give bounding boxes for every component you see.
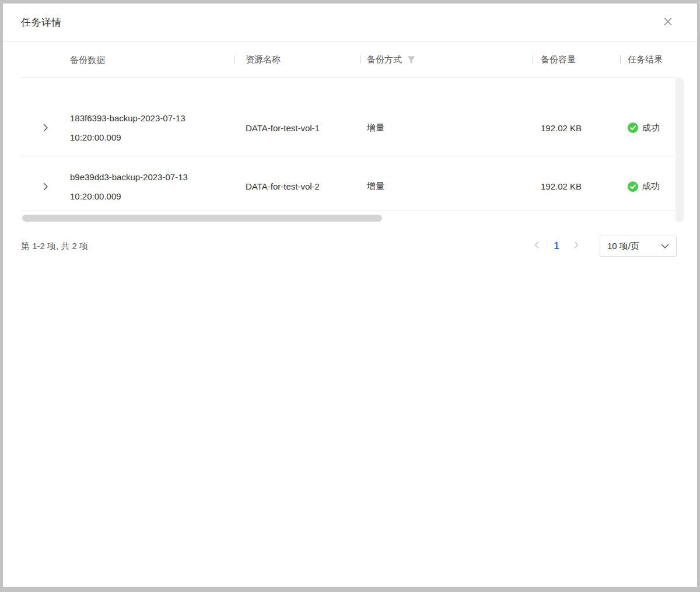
- cell-backup-data: b9e39dd3-backup-2023-07-13 10:20:00.009: [70, 167, 235, 206]
- page-background: 任务详情 备份数据 资源名称 备份方式: [0, 0, 700, 592]
- table-row[interactable]: b9e39dd3-backup-2023-07-13 10:20:00.009 …: [21, 156, 677, 211]
- success-check-circle-icon: [628, 122, 638, 133]
- column-divider: [360, 55, 360, 64]
- row-expand-chevron-right-icon[interactable]: [41, 183, 50, 191]
- pagination-summary: 第 1-2 项, 共 2 项: [21, 241, 88, 252]
- table-row[interactable]: 183f6393-backup-2023-07-13 10:20:00.009 …: [21, 78, 677, 156]
- close-icon: [662, 16, 674, 30]
- status-badge: 成功: [642, 122, 660, 134]
- chevron-right-icon: [573, 241, 580, 251]
- prev-page-button[interactable]: [528, 238, 545, 254]
- cell-backup-capacity: 192.02 KB: [533, 181, 620, 191]
- header-backup-capacity: 备份容量: [533, 54, 620, 65]
- status-badge: 成功: [642, 181, 660, 192]
- column-divider: [620, 55, 621, 64]
- backup-task-table: 备份数据 资源名称 备份方式 备份容量: [21, 42, 677, 222]
- next-page-button[interactable]: [568, 238, 584, 254]
- cell-backup-capacity: 192.02 KB: [533, 123, 620, 133]
- dialog-header: 任务详情: [3, 3, 697, 42]
- horizontal-scrollbar-thumb[interactable]: [22, 215, 382, 222]
- cell-task-result: 成功: [620, 122, 677, 134]
- cell-task-result: 成功: [620, 181, 677, 192]
- chevron-down-icon: [661, 244, 669, 249]
- cell-backup-method: 增量: [360, 122, 533, 134]
- vertical-scrollbar[interactable]: [676, 78, 684, 222]
- horizontal-scrollbar: [21, 211, 677, 222]
- header-task-result: 任务结果: [620, 54, 677, 65]
- page-number-1[interactable]: 1: [548, 238, 565, 254]
- cell-backup-data: 183f6393-backup-2023-07-13 10:20:00.009: [70, 108, 235, 147]
- header-backup-method: 备份方式: [360, 54, 533, 65]
- success-check-circle-icon: [628, 181, 638, 192]
- pagination-controls: 1 10 项/页: [528, 236, 677, 257]
- header-resource-name: 资源名称: [235, 54, 360, 65]
- column-divider: [533, 55, 533, 64]
- row-expand-chevron-right-icon[interactable]: [41, 124, 50, 132]
- cell-resource-name: DATA-for-test-vol-2: [235, 181, 360, 191]
- page-title: 任务详情: [21, 16, 62, 29]
- page-size-select[interactable]: 10 项/页: [600, 236, 677, 257]
- page-size-value: 10 项/页: [607, 241, 639, 252]
- pagination-bar: 第 1-2 项, 共 2 项 1 10 项/页: [21, 235, 677, 257]
- table-header-row: 备份数据 资源名称 备份方式 备份容量: [21, 42, 677, 78]
- task-detail-dialog: 任务详情 备份数据 资源名称 备份方式: [3, 3, 697, 587]
- header-backup-data: 备份数据: [70, 50, 235, 69]
- close-button[interactable]: [661, 16, 675, 30]
- cell-backup-method: 增量: [360, 181, 533, 192]
- chevron-left-icon: [533, 241, 540, 251]
- column-divider: [235, 55, 235, 64]
- cell-resource-name: DATA-for-test-vol-1: [235, 123, 360, 133]
- filter-funnel-icon[interactable]: [407, 56, 415, 64]
